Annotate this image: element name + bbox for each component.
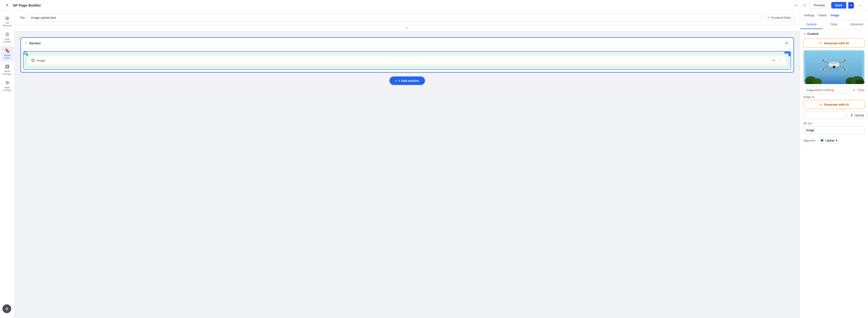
plus-icon: + [395, 79, 397, 83]
image-2x-label: Image 2x [803, 95, 865, 98]
add-elements-icon: ⊞ [5, 15, 9, 21]
bottom-action-button[interactable]: ⚙ [2, 305, 11, 313]
section-layout-button[interactable]: ⊞ [784, 40, 789, 46]
sidebar-item-media-manager-label: Media Manager [2, 70, 12, 75]
sidebar-item-page-layouts[interactable]: ☰ Page Layouts [1, 30, 13, 45]
tab-advanced-label: Advanced [850, 23, 863, 26]
left-sidebar: ⊞ Add Elements ☰ Page Layouts 🔖 Saved It… [0, 11, 14, 318]
save-button[interactable]: Save [831, 2, 846, 8]
breadcrumb-settings[interactable]: Settings [804, 13, 814, 17]
page-layouts-icon: ☰ [5, 32, 9, 37]
section-controls: ⊞ [784, 40, 789, 46]
row-dot-inner [24, 52, 26, 54]
panel-content-section: ▼ Content ✦ Generate with AI [800, 29, 868, 147]
menu-icon: ≡ [6, 3, 8, 7]
external-link-icon: ↗ [767, 16, 770, 20]
breadcrumb-sep-1: › [816, 13, 817, 17]
image-addon-label: Image [36, 59, 45, 62]
breadcrumb-addon[interactable]: Addon [818, 13, 827, 17]
sidebar-item-add-elements-label: Add Elements [2, 22, 12, 27]
panel-tabs: General Style Advanced [800, 20, 868, 29]
tab-style[interactable]: Style [823, 20, 845, 29]
content-section-label: Content [807, 32, 818, 36]
edit-icon: ✏ [773, 58, 775, 62]
svg-point-17 [844, 59, 845, 61]
canvas-area: Title ↗ Frontend Editor ∧ ⠿ Section [14, 11, 800, 318]
sidebar-item-page-settings[interactable]: ⚙ Page Settings [1, 78, 13, 94]
undo-button[interactable]: ↩ [794, 2, 800, 8]
collapse-bar[interactable]: ∧ [14, 25, 800, 31]
topbar-right: ↩ ↪ Preview Save ▾ ⋯ [794, 2, 864, 9]
col-dot [26, 54, 28, 56]
redo-icon: ↪ [803, 3, 806, 7]
section-title: Section [29, 41, 41, 45]
alt-text-input[interactable] [803, 126, 865, 134]
tab-advanced[interactable]: Advanced [845, 20, 868, 29]
alignment-device-label: Laptop [825, 139, 834, 142]
panel-content-header[interactable]: ▼ Content [803, 32, 865, 36]
add-section-label: + Add section [398, 79, 419, 83]
alignment-label: Alignment [803, 139, 815, 142]
chevron-down-icon: ▾ [850, 4, 852, 7]
sidebar-item-page-layouts-label: Page Layouts [2, 38, 12, 43]
sidebar-item-saved-items[interactable]: 🔖 Saved Items [1, 46, 13, 61]
preview-button[interactable]: Preview [809, 2, 829, 9]
image-path-row: ✕ Clear [803, 87, 865, 94]
alignment-row: Alignment 💻 Laptop ▾ [803, 137, 865, 144]
section-header-left: ⠿ Section [25, 41, 41, 45]
more-icon: ⋯ [858, 3, 862, 8]
addon-controls: ✏ ⋮ [772, 58, 783, 63]
undo-icon: ↩ [795, 3, 798, 7]
more-options-button[interactable]: ⋯ [856, 2, 864, 9]
add-section-button[interactable]: + + Add section [390, 76, 425, 85]
section-inner: ⋯ 🖼 Image [21, 49, 794, 72]
svg-rect-7 [831, 62, 837, 64]
image-path-input[interactable] [803, 87, 850, 94]
x-icon: ✕ [852, 88, 855, 92]
column-block: 🖼 Image ✏ ⋮ [26, 54, 788, 67]
image-preview [803, 50, 865, 84]
clear-image-x-button[interactable]: ✕ [851, 88, 856, 93]
alignment-select[interactable]: 💻 Laptop ▾ [817, 137, 840, 144]
alignment-chevron-icon: ▾ [836, 139, 837, 142]
svg-point-19 [844, 69, 845, 70]
generate-ai-label: Generate with AI [824, 41, 849, 45]
upload-icon: ⬆ [850, 114, 853, 117]
title-bar: Title ↗ Frontend Editor [14, 11, 800, 25]
laptop-icon: 💻 [820, 138, 824, 142]
image-addon-block: 🖼 Image ✏ ⋮ [28, 56, 786, 65]
collapse-icon: ∧ [406, 26, 408, 30]
clear-button[interactable]: Clear [858, 88, 865, 92]
section-drag-icon[interactable]: ⠿ [25, 41, 27, 45]
saved-items-icon: 🔖 [5, 48, 10, 53]
upload-input[interactable] [803, 112, 845, 119]
sidebar-item-page-settings-label: Page Settings [2, 86, 12, 92]
section-layout-icon: ⊞ [785, 41, 788, 45]
tab-style-label: Style [831, 23, 837, 26]
section-header: ⠿ Section ⊞ [21, 38, 794, 49]
frontend-editor-label: Frontend Editor [771, 16, 791, 20]
sidebar-item-media-manager[interactable]: 🖼 Media Manager [1, 62, 13, 77]
image-addon-icon: 🖼 [31, 58, 35, 62]
ai-sparkle-icon: ✦ [819, 41, 822, 45]
menu-button[interactable]: ≡ [4, 2, 10, 9]
topbar-left: ≡ SP Page Builder [4, 2, 41, 9]
addon-more-button[interactable]: ⋮ [778, 58, 783, 63]
svg-point-18 [823, 69, 824, 70]
generate-ai-button[interactable]: ✦ Generate with AI [803, 38, 865, 48]
breadcrumb-sep-2: › [828, 13, 829, 17]
title-input[interactable] [28, 13, 761, 22]
redo-button[interactable]: ↪ [802, 2, 808, 8]
addon-edit-button[interactable]: ✏ [772, 58, 776, 63]
svg-point-16 [823, 59, 824, 61]
tab-general[interactable]: General [800, 20, 823, 29]
upload-button[interactable]: ⬆ Upload [847, 112, 867, 119]
breadcrumb-image: Image [831, 13, 839, 17]
section-block: ⠿ Section ⊞ [21, 37, 794, 72]
tab-general-label: General [806, 23, 816, 26]
save-dropdown-button[interactable]: ▾ [848, 2, 854, 8]
sidebar-item-add-elements[interactable]: ⊞ Add Elements [1, 13, 13, 29]
drone-image [804, 51, 864, 84]
frontend-editor-button[interactable]: ↗ Frontend Editor [764, 14, 795, 22]
generate-ai-2x-button[interactable]: ✦ Generate with AI [803, 100, 865, 109]
